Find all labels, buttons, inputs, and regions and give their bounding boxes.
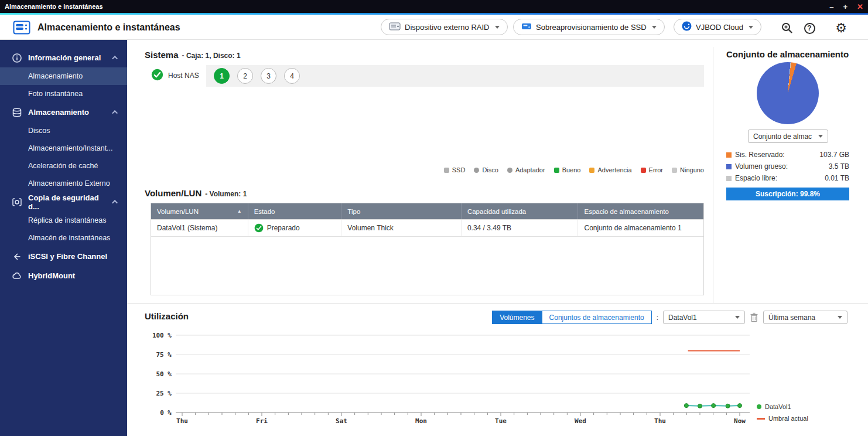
settings-gear-icon[interactable]: ⚙ xyxy=(834,21,848,35)
host-status-ok-icon xyxy=(151,69,163,83)
status-ok-icon xyxy=(254,223,264,233)
ssd-marker xyxy=(444,168,449,173)
view-toggle: Volúmenes Conjuntos de almacenamiento xyxy=(492,311,651,324)
sidebar-item-almacenamiento-instantaneas[interactable]: Almacenamiento/Instant... xyxy=(0,139,127,157)
svg-text:Tue: Tue xyxy=(495,417,507,425)
disk-slot-2[interactable]: 2 xyxy=(237,68,253,84)
sort-asc-icon: ▲ xyxy=(237,209,242,214)
table-empty-area xyxy=(151,236,703,295)
sidebar-section-hybridmount[interactable]: HybridMount xyxy=(0,266,127,285)
trash-icon[interactable] xyxy=(750,312,758,322)
svg-text:Mon: Mon xyxy=(415,417,427,425)
pool-panel-title: Conjunto de almacenamiento xyxy=(726,49,868,59)
col-header-tipo[interactable]: Tipo xyxy=(341,203,461,219)
ssd-overprovisioning-button[interactable]: Sobreaprovisionamiento de SSD xyxy=(513,19,665,35)
section-label: iSCSI y Fibre Channel xyxy=(28,252,107,261)
svg-text:25 %: 25 % xyxy=(156,390,172,397)
sidebar-section-informacion-general[interactable]: Información general xyxy=(0,48,127,67)
svg-text:Sat: Sat xyxy=(336,417,347,425)
reserved-value: 103.7 GB xyxy=(819,151,849,159)
svg-text:Thu: Thu xyxy=(176,417,188,425)
col-header-volumen-lun[interactable]: Volumen/LUN▲ xyxy=(151,203,248,219)
section-label: Copia de seguridad d... xyxy=(28,193,108,211)
legend-error: Error xyxy=(641,166,663,173)
storage-snapshots-app: Almacenamiento e instantáneas – + ✕ Alma… xyxy=(0,0,868,436)
sidebar-section-almacenamiento[interactable]: Almacenamiento xyxy=(0,103,127,122)
legend-bueno: Bueno xyxy=(554,166,581,173)
disk-slot-3[interactable]: 3 xyxy=(261,68,276,84)
legend-sis-reservado: Sis. Reservado: 103.7 GB xyxy=(726,149,849,161)
volume-select[interactable]: DataVol1 xyxy=(663,311,745,324)
chevron-up-icon xyxy=(112,110,118,116)
chevron-up-icon xyxy=(112,200,118,206)
legend-datavol1: DataVol1 xyxy=(757,401,808,413)
disk-slot-1[interactable]: 1 xyxy=(214,68,230,84)
vjbod-cloud-button[interactable]: VJBOD Cloud xyxy=(674,19,761,35)
table-header-row: Volumen/LUN▲ Estado Tipo Capacidad utili… xyxy=(151,203,703,219)
svg-text:50 %: 50 % xyxy=(156,370,172,378)
pool-pie-chart[interactable] xyxy=(757,62,819,124)
legend-ssd: SSD xyxy=(444,166,466,173)
tab-volumenes[interactable]: Volúmenes xyxy=(492,311,542,324)
hybridmount-cloud-icon xyxy=(12,271,22,281)
sidebar-item-almacen-instantaneas[interactable]: Almacén de instantáneas xyxy=(0,229,127,247)
svg-text:Thu: Thu xyxy=(654,417,666,425)
warning-marker xyxy=(589,168,594,173)
ssd-icon xyxy=(521,22,532,32)
window-title: Almacenamiento e instantáneas xyxy=(5,3,103,10)
sidebar-section-iscsi[interactable]: iSCSI y Fibre Channel xyxy=(0,247,127,266)
chevron-down-icon xyxy=(735,316,740,319)
system-legend: SSD Disco Adaptador Bueno Advertencia Er… xyxy=(444,166,704,173)
disk-slot-4[interactable]: 4 xyxy=(284,68,300,84)
free-space-value: 0.01 TB xyxy=(825,174,849,182)
col-header-espacio[interactable]: Espacio de almacenamiento xyxy=(577,203,703,219)
svg-text:75 %: 75 % xyxy=(156,351,172,359)
svg-text:100 %: 100 % xyxy=(152,332,172,339)
cell-status: Preparado xyxy=(248,220,341,236)
chevron-down-icon xyxy=(818,135,823,138)
close-button[interactable]: ✕ xyxy=(857,3,863,11)
cell-type: Volumen Thick xyxy=(341,220,461,236)
col-header-estado[interactable]: Estado xyxy=(248,203,341,219)
disk-marker xyxy=(474,168,479,173)
diagnostics-icon[interactable] xyxy=(780,21,794,35)
sidebar-item-discos[interactable]: Discos xyxy=(0,122,127,139)
button-label: Sobreaprovisionamiento de SSD xyxy=(536,23,647,32)
pool-legend: Sis. Reservado: 103.7 GB Volumen grueso:… xyxy=(726,149,849,184)
period-select[interactable]: Última semana xyxy=(763,311,848,324)
utilization-title: Utilización xyxy=(145,311,189,321)
col-header-capacidad[interactable]: Capacidad utilizada xyxy=(461,203,578,219)
minimize-button[interactable]: – xyxy=(829,3,833,11)
utilization-controls: Volúmenes Conjuntos de almacenamiento : … xyxy=(492,311,848,324)
maximize-button[interactable]: + xyxy=(843,3,848,11)
sidebar-item-aceleracion-cache[interactable]: Aceleración de caché xyxy=(0,157,127,175)
cell-capacity: 0.34 / 3.49 TB xyxy=(461,220,578,236)
tab-conjuntos-almacenamiento[interactable]: Conjuntos de almacenamiento xyxy=(542,311,652,324)
backup-icon xyxy=(12,197,22,207)
utilization-chart: 0 %25 %50 %75 %100 %ThuFriSatMonTueWedTh… xyxy=(146,328,756,430)
table-row[interactable]: DataVol1 (Sistema) Preparado Volumen Thi… xyxy=(151,219,703,236)
sidebar-item-almacenamiento-overview[interactable]: Almacenamiento xyxy=(0,67,127,85)
cell-volume-name: DataVol1 (Sistema) xyxy=(151,220,248,236)
legend-adaptador: Adaptador xyxy=(507,166,545,173)
iscsi-icon xyxy=(12,251,22,262)
section-label: Almacenamiento xyxy=(28,108,89,117)
sidebar-item-replica-instantaneas[interactable]: Réplica de instantáneas xyxy=(0,212,127,229)
app-logo-icon xyxy=(13,19,30,38)
reserved-marker xyxy=(726,152,732,158)
chart-legend: DataVol1 Umbral actual xyxy=(757,401,808,424)
threshold-line-marker xyxy=(757,418,765,420)
legend-advertencia: Advertencia xyxy=(589,166,631,173)
legend-umbral-actual: Umbral actual xyxy=(757,413,808,424)
sidebar-item-almacenamiento-externo[interactable]: Almacenamiento Externo xyxy=(0,175,127,192)
help-icon[interactable]: ? xyxy=(802,21,816,35)
host-nas-label: Host NAS xyxy=(168,71,199,80)
legend-disco: Disco xyxy=(474,166,498,173)
pool-select[interactable]: Conjunto de almac xyxy=(748,130,828,143)
sidebar-item-foto-instantanea[interactable]: Foto instantánea xyxy=(0,85,127,103)
external-raid-device-button[interactable]: Dispositivo externo RAID xyxy=(381,19,508,35)
cell-pool: Conjunto de almacenamiento 1 xyxy=(577,220,703,236)
chevron-down-icon xyxy=(838,316,842,319)
sidebar: Información general Almacenamiento Foto … xyxy=(0,40,127,436)
sidebar-section-copia-seguridad[interactable]: Copia de seguridad d... xyxy=(0,192,127,212)
